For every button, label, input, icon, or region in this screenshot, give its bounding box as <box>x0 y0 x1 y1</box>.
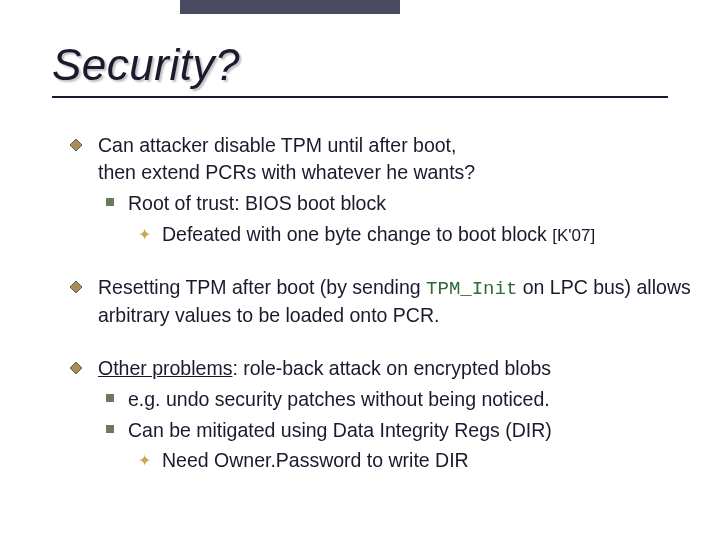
bullet-l2: e.g. undo security patches without being… <box>70 386 696 413</box>
bullet-l3: ✦ Need Owner.Password to write DIR <box>70 447 696 474</box>
bullet-block-2: Resetting TPM after boot (by sending TPM… <box>70 274 696 329</box>
square-bullet-icon <box>106 425 114 433</box>
text-line: Need Owner.Password to write DIR <box>162 449 469 471</box>
title-divider <box>52 96 668 98</box>
svg-marker-0 <box>70 139 82 151</box>
square-bullet-icon <box>106 394 114 402</box>
star-bullet-icon: ✦ <box>138 453 151 469</box>
svg-marker-2 <box>70 362 82 374</box>
slide-title: Security? <box>52 40 668 90</box>
bullet-l3: ✦ Defeated with one byte change to boot … <box>70 221 696 248</box>
underlined-label: Other problems <box>98 357 232 379</box>
citation: [K'07] <box>552 226 595 245</box>
text-line: Can be mitigated using Data Integrity Re… <box>128 419 552 441</box>
text-line: Root of trust: BIOS boot block <box>128 192 386 214</box>
bullet-l1: Resetting TPM after boot (by sending TPM… <box>70 274 696 329</box>
diamond-bullet-icon <box>70 362 82 374</box>
slide-body: Can attacker disable TPM until after boo… <box>70 132 696 500</box>
slide: Security? Can attacker disable TPM until… <box>0 0 720 540</box>
diamond-bullet-icon <box>70 281 82 293</box>
text-line: e.g. undo security patches without being… <box>128 388 550 410</box>
title-area: Security? <box>52 40 668 98</box>
bullet-block-1: Can attacker disable TPM until after boo… <box>70 132 696 248</box>
square-bullet-icon <box>106 198 114 206</box>
star-bullet-icon: ✦ <box>138 227 151 243</box>
bullet-l2: Root of trust: BIOS boot block <box>70 190 696 217</box>
text-line: then extend PCRs with whatever he wants? <box>98 161 475 183</box>
text-pre: Resetting TPM after boot (by sending <box>98 276 426 298</box>
text-line: Can attacker disable TPM until after boo… <box>98 134 456 156</box>
bullet-block-3: Other problems: role-back attack on encr… <box>70 355 696 475</box>
svg-marker-1 <box>70 281 82 293</box>
bullet-l2: Can be mitigated using Data Integrity Re… <box>70 417 696 444</box>
diamond-bullet-icon <box>70 139 82 151</box>
bullet-l1: Can attacker disable TPM until after boo… <box>70 132 696 186</box>
monospace-term: TPM_Init <box>426 278 517 300</box>
decorative-top-bar <box>180 0 400 14</box>
text-rest: : role-back attack on encrypted blobs <box>232 357 551 379</box>
bullet-l1: Other problems: role-back attack on encr… <box>70 355 696 382</box>
text-line: Defeated with one byte change to boot bl… <box>162 223 547 245</box>
